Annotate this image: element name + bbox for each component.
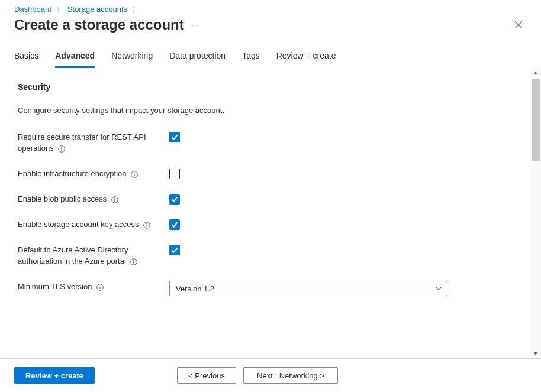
check-icon (170, 221, 179, 229)
select-value: Version 1.2 (176, 284, 214, 293)
previous-button[interactable]: < Previous (177, 367, 236, 384)
checkbox-key-access[interactable] (169, 219, 180, 230)
check-icon (170, 195, 179, 203)
checkbox-aad-default[interactable] (169, 245, 180, 255)
svg-rect-14 (134, 261, 134, 264)
tab-networking[interactable]: Networking (111, 47, 153, 68)
tab-review-create[interactable]: Review + create (276, 47, 336, 68)
svg-rect-11 (147, 225, 147, 227)
tabs: Basics Advanced Networking Data protecti… (0, 37, 541, 68)
review-create-button[interactable]: Review + create (14, 367, 95, 384)
more-actions-icon[interactable]: ··· (191, 20, 200, 30)
scroll-up-arrow-icon[interactable]: ▲ (530, 68, 541, 77)
svg-rect-8 (114, 199, 115, 202)
breadcrumb: Dashboard 〉 Storage accounts 〉 (0, 0, 541, 17)
chevron-right-icon: 〉 (130, 5, 141, 12)
svg-point-7 (114, 197, 115, 199)
info-icon[interactable] (143, 222, 150, 229)
select-min-tls[interactable]: Version 1.2 (169, 281, 447, 296)
check-icon (170, 246, 179, 254)
svg-point-13 (134, 260, 135, 261)
info-icon[interactable] (111, 196, 118, 203)
checkbox-secure-transfer[interactable] (169, 132, 180, 142)
breadcrumb-link-storage-accounts[interactable]: Storage accounts (67, 5, 127, 14)
label-secure-transfer: Require secure transfer for REST API ope… (18, 132, 146, 153)
close-icon (514, 20, 523, 30)
label-key-access: Enable storage account key access (18, 220, 139, 229)
label-min-tls: Minimum TLS version (18, 282, 92, 291)
svg-point-1 (62, 147, 63, 148)
next-button[interactable]: Next : Networking > (243, 367, 338, 384)
tab-data-protection[interactable]: Data protection (169, 47, 226, 68)
svg-point-4 (134, 172, 135, 173)
svg-point-16 (99, 285, 101, 286)
info-icon[interactable] (58, 145, 65, 153)
scroll-down-arrow-icon[interactable]: ▼ (530, 349, 541, 358)
info-icon[interactable] (131, 171, 138, 178)
info-icon[interactable] (130, 258, 137, 265)
svg-rect-2 (62, 148, 62, 151)
svg-rect-17 (99, 287, 100, 289)
checkbox-blob-public[interactable] (169, 194, 180, 205)
tab-advanced[interactable]: Advanced (55, 47, 95, 68)
info-icon[interactable] (96, 284, 104, 291)
page-title: Create a storage account (14, 17, 184, 33)
label-infra-encryption: Enable infrastructure encryption (18, 169, 127, 178)
check-icon (170, 133, 179, 141)
wizard-footer: Review + create < Previous Next : Networ… (0, 359, 541, 392)
scroll-thumb[interactable] (532, 79, 540, 161)
close-button[interactable] (510, 17, 527, 33)
label-aad-default: Default to Azure Active Directory author… (18, 245, 128, 265)
checkbox-infra-encryption[interactable] (169, 169, 180, 179)
breadcrumb-link-dashboard[interactable]: Dashboard (14, 5, 52, 14)
tab-tags[interactable]: Tags (242, 47, 260, 68)
chevron-down-icon (435, 285, 442, 292)
svg-rect-5 (134, 174, 135, 176)
section-heading-security: Security (18, 82, 516, 92)
label-blob-public: Enable blob public access (18, 195, 107, 203)
chevron-right-icon: 〉 (54, 5, 65, 12)
scrollbar[interactable]: ▲ ▼ (530, 68, 541, 358)
section-description: Configure security settings that impact … (18, 106, 516, 115)
tab-basics[interactable]: Basics (14, 47, 38, 68)
svg-point-10 (146, 223, 147, 224)
